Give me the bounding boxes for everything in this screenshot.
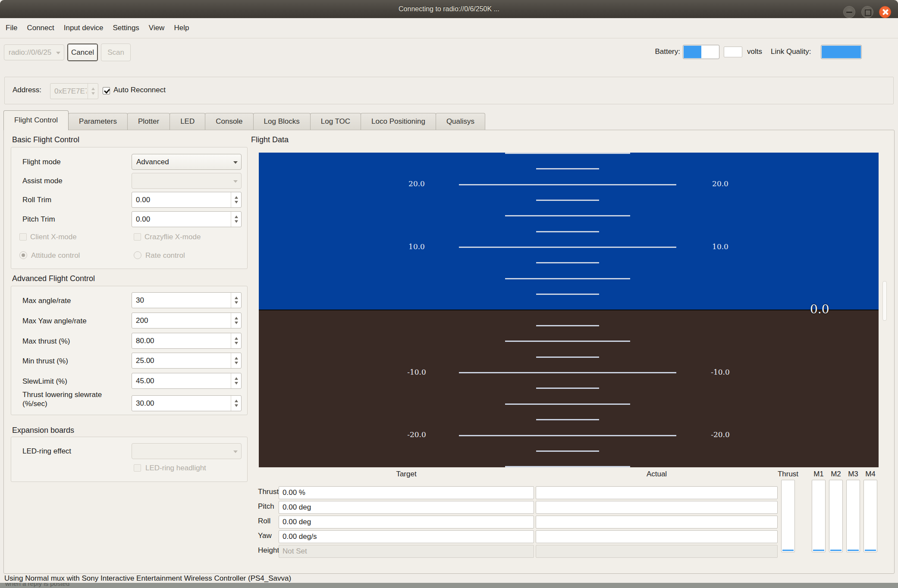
led-ring-effect-value bbox=[136, 444, 231, 459]
tab-qualisys[interactable]: Qualisys bbox=[436, 113, 485, 130]
actual-field-height bbox=[536, 545, 778, 558]
afc-row-spinbox[interactable]: 200 bbox=[132, 313, 242, 328]
pitch-ladder-line bbox=[536, 200, 599, 201]
background-window-strip: when a reply is posted bbox=[0, 583, 898, 588]
afc-row-value: 30 bbox=[136, 293, 230, 308]
afc-row-spinbox[interactable]: 45.00 bbox=[132, 373, 242, 389]
spinner-arrows-icon[interactable] bbox=[231, 373, 241, 388]
status-message: Using Normal mux with Sony Interactive E… bbox=[4, 574, 291, 583]
menu-item-help[interactable]: Help bbox=[169, 19, 194, 38]
tab-log-blocks[interactable]: Log Blocks bbox=[253, 113, 311, 130]
close-button[interactable] bbox=[879, 6, 891, 18]
maximize-button[interactable] bbox=[861, 6, 873, 18]
afc-row-spinbox[interactable]: 30.00 bbox=[132, 395, 242, 411]
tab-loco-positioning[interactable]: Loco Positioning bbox=[361, 113, 436, 130]
motor-bar-m3 bbox=[846, 480, 860, 552]
rate-control-radio[interactable] bbox=[134, 251, 141, 259]
target-field-pitch: 0.00 deg bbox=[279, 501, 534, 514]
cancel-button[interactable]: Cancel bbox=[67, 44, 98, 61]
spinner-arrows-icon[interactable] bbox=[231, 313, 241, 328]
led-ring-effect-label: LED-ring effect bbox=[22, 447, 71, 456]
led-ring-effect-combo[interactable] bbox=[132, 443, 242, 459]
pitch-ladder-line bbox=[505, 278, 630, 279]
roll-readout: 0.0 bbox=[810, 302, 829, 316]
client-xmode-checkbox[interactable] bbox=[19, 233, 27, 241]
crazyflie-xmode-label: Crazyflie X-mode bbox=[144, 233, 201, 241]
tab-flight-control[interactable]: Flight Control bbox=[3, 110, 69, 130]
motor-bar-m4 bbox=[863, 480, 877, 552]
minimize-button[interactable] bbox=[843, 6, 855, 18]
attitude-control-radio[interactable] bbox=[19, 251, 27, 259]
status-bar: Using Normal mux with Sony Interactive E… bbox=[0, 574, 898, 583]
menu-item-view[interactable]: View bbox=[144, 19, 170, 38]
target-field-yaw: 0.00 deg/s bbox=[279, 530, 534, 543]
crazyflie-xmode-checkbox[interactable] bbox=[134, 233, 141, 241]
assist-mode-combo[interactable] bbox=[132, 173, 242, 189]
tab-console[interactable]: Console bbox=[205, 113, 253, 130]
address-spinbox[interactable]: 0xE7E7E7E bbox=[50, 83, 98, 99]
flight-mode-combo[interactable]: Advanced bbox=[132, 154, 242, 170]
menu-item-input-device[interactable]: Input device bbox=[59, 19, 108, 38]
pitch-trim-spinbox[interactable]: 0.00 bbox=[132, 211, 242, 227]
actual-field-yaw bbox=[536, 530, 778, 543]
led-ring-headlight-checkbox[interactable] bbox=[134, 464, 141, 472]
spinner-arrows-icon[interactable] bbox=[231, 212, 241, 227]
assist-mode-value bbox=[136, 173, 231, 188]
pitch-label-right: -20.0 bbox=[699, 430, 742, 439]
maximize-icon bbox=[862, 6, 873, 18]
attitude-control-label: Attitude control bbox=[31, 251, 80, 260]
connection-uri-value: radio://0/6/25 bbox=[9, 45, 53, 60]
motor-bar-fill bbox=[813, 550, 824, 551]
spinner-arrows-icon[interactable] bbox=[231, 333, 241, 348]
tab-parameters[interactable]: Parameters bbox=[68, 113, 128, 130]
afc-row-spinbox[interactable]: 30 bbox=[132, 292, 242, 308]
afc-row-spinbox[interactable]: 25.00 bbox=[132, 353, 242, 369]
connection-uri-combo[interactable]: radio://0/6/25 bbox=[4, 44, 64, 60]
pitch-ladder-line bbox=[505, 466, 630, 467]
afc-row-spinbox[interactable]: 80.00 bbox=[132, 333, 242, 349]
menu-item-settings[interactable]: Settings bbox=[108, 19, 144, 38]
chevron-down-icon bbox=[233, 450, 238, 453]
window-title: Connecting to radio://0/6/250K ... bbox=[0, 0, 898, 18]
pitch-ladder-line bbox=[536, 388, 599, 389]
chevron-down-icon bbox=[233, 161, 238, 164]
actual-field-roll bbox=[536, 516, 778, 529]
volts-label: volts bbox=[747, 47, 762, 56]
flight-data-row-label: Pitch bbox=[258, 502, 274, 511]
spinner-arrows-icon[interactable] bbox=[231, 396, 241, 411]
spinner-arrows-icon[interactable] bbox=[231, 192, 241, 207]
pitch-label-left: -10.0 bbox=[395, 368, 438, 376]
basic-flight-control-title: Basic Flight Control bbox=[12, 135, 79, 144]
spinner-arrows-icon[interactable] bbox=[231, 353, 241, 368]
pitch-trim-value: 0.00 bbox=[136, 212, 230, 227]
afc-row-label: Thrust lowering slewrate (%/sec) bbox=[22, 390, 128, 408]
pitch-ladder-line bbox=[536, 294, 599, 295]
pitch-label-left: 10.0 bbox=[395, 242, 438, 251]
minimize-icon bbox=[844, 6, 855, 18]
tab-plotter[interactable]: Plotter bbox=[127, 113, 170, 130]
tab-log-toc[interactable]: Log TOC bbox=[310, 113, 361, 130]
scan-button[interactable]: Scan bbox=[101, 44, 131, 61]
pitch-ladder-line bbox=[536, 325, 599, 326]
roll-trim-spinbox[interactable]: 0.00 bbox=[132, 192, 242, 208]
menu-item-file[interactable]: File bbox=[1, 19, 22, 38]
actual-field-thrust bbox=[536, 486, 778, 499]
scrollbar[interactable] bbox=[882, 281, 887, 321]
motor-bar-label-m4: M4 bbox=[853, 470, 888, 479]
address-value: 0xE7E7E7E bbox=[54, 84, 87, 99]
menu-bar: FileConnectInput deviceSettingsViewHelp bbox=[0, 18, 898, 38]
flight-mode-value: Advanced bbox=[136, 154, 231, 169]
pitch-label-left: 20.0 bbox=[395, 179, 438, 188]
flight-data-row-label: Yaw bbox=[258, 532, 272, 540]
roll-trim-value: 0.00 bbox=[136, 192, 230, 207]
tab-led[interactable]: LED bbox=[170, 113, 205, 130]
afc-row-value: 200 bbox=[136, 313, 230, 328]
spinner-arrows-icon[interactable] bbox=[88, 84, 98, 99]
menu-item-connect[interactable]: Connect bbox=[22, 19, 59, 38]
pitch-ladder-line bbox=[459, 372, 676, 373]
spinner-arrows-icon[interactable] bbox=[231, 293, 241, 308]
flight-data-title: Flight Data bbox=[251, 135, 289, 144]
auto-reconnect-checkbox[interactable] bbox=[103, 87, 110, 94]
pitch-ladder-line bbox=[505, 215, 630, 216]
pitch-ladder-line bbox=[459, 247, 676, 248]
